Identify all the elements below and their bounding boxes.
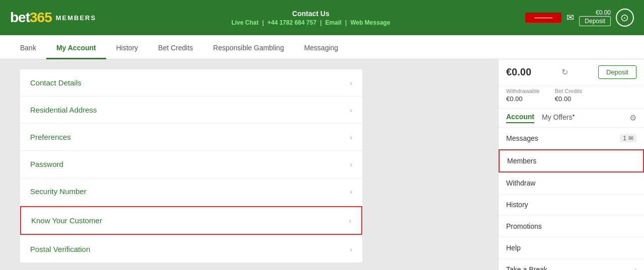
bet-credits-item: Bet Credits €0.00: [555, 88, 582, 103]
menu-list: Contact Details›Residential Address›Pref…: [20, 69, 362, 262]
account-tabs: AccountMy Offers●⚙: [499, 109, 644, 128]
dropdown-item-history[interactable]: History: [499, 194, 644, 216]
contact-title: Contact Us: [231, 10, 390, 18]
avatar-icon[interactable]: ⊙: [616, 9, 634, 27]
menu-item-preferences[interactable]: Preferences›: [20, 124, 362, 151]
nav-item-bet-credits[interactable]: Bet Credits: [148, 38, 203, 59]
balance-deposit: €0.00 Deposit: [579, 9, 611, 26]
logo-area: bet365 MEMBERS: [10, 10, 96, 26]
menu-item-label: Residential Address: [30, 106, 97, 114]
dropdown-item-label: Messages: [506, 134, 538, 142]
menu-item-contact-details[interactable]: Contact Details›: [20, 69, 362, 97]
phone-link[interactable]: +44 1782 684 757: [268, 19, 316, 26]
dropdown-item-members[interactable]: Members: [499, 149, 644, 172]
bet-credits-amount: €0.00: [555, 95, 572, 103]
withdrawable-label: Withdrawable: [506, 88, 540, 94]
menu-item-security-number[interactable]: Security Number›: [20, 178, 362, 205]
contact-area: Contact Us Live Chat | +44 1782 684 757 …: [231, 10, 390, 26]
main-area: Contact Details›Residential Address›Pref…: [0, 59, 644, 270]
menu-item-label: Contact Details: [30, 78, 82, 87]
dropdown-item-promotions[interactable]: Promotions: [499, 216, 644, 237]
sub-balance: Withdrawable €0.00 Bet Credits €0.00: [499, 85, 644, 109]
live-chat-link[interactable]: Live Chat: [231, 19, 259, 26]
nav-item-messaging[interactable]: Messaging: [294, 38, 348, 59]
balance-chip: ———: [525, 13, 561, 23]
contact-links: Live Chat | +44 1782 684 757 | Email | W…: [231, 19, 390, 26]
gear-icon[interactable]: ⚙: [629, 113, 636, 123]
chevron-right-icon: ›: [350, 133, 352, 141]
chevron-right-icon: ›: [350, 188, 352, 196]
menu-item-label: Security Number: [30, 187, 87, 196]
nav-item-history[interactable]: History: [106, 38, 148, 59]
menu-item-label: Know Your Customer: [31, 216, 102, 225]
balance-amount: €0.00: [506, 66, 531, 78]
deposit-button[interactable]: Deposit: [598, 65, 636, 79]
left-panel: Contact Details›Residential Address›Pref…: [0, 59, 498, 270]
bet-credits-label: Bet Credits: [555, 88, 582, 94]
logo: bet365: [10, 10, 52, 26]
email-link[interactable]: Email: [326, 19, 342, 26]
header-balance: €0.00: [596, 9, 611, 16]
dropdown-item-help[interactable]: Help: [499, 237, 644, 259]
nav-item-bank[interactable]: Bank: [10, 38, 46, 59]
separator3: |: [345, 19, 348, 26]
nav-item-my-account[interactable]: My Account: [46, 38, 106, 59]
dropdown-item-label: Promotions: [506, 222, 542, 230]
menu-item-know-your-customer[interactable]: Know Your Customer›: [20, 206, 362, 235]
dropdown-item-label: Take a Break: [506, 265, 547, 270]
dropdown-item-take-a-break[interactable]: Take a Break›: [499, 259, 644, 270]
user-area: ——— ✉ €0.00 Deposit ⊙: [525, 9, 634, 27]
dropdown-item-messages[interactable]: Messages1 ✉: [499, 128, 644, 149]
separator2: |: [320, 19, 323, 26]
balance-section: €0.00 ↻ Deposit: [499, 59, 644, 85]
dropdown-menu: Messages1 ✉MembersWithdrawHistoryPromoti…: [499, 128, 644, 270]
right-panel: €0.00 ↻ Deposit Withdrawable €0.00 Bet C…: [498, 59, 644, 270]
account-tab-my-offers[interactable]: My Offers●: [542, 113, 575, 123]
navbar: BankMy AccountHistoryBet CreditsResponsi…: [0, 35, 644, 59]
header-deposit-button[interactable]: Deposit: [579, 16, 611, 26]
chevron-right-icon: ›: [349, 217, 351, 225]
chevron-right-icon: ›: [634, 266, 636, 270]
refresh-icon[interactable]: ↻: [561, 67, 568, 77]
chevron-right-icon: ›: [350, 160, 352, 168]
menu-item-label: Password: [30, 160, 63, 168]
webmessage-link[interactable]: Web Message: [350, 19, 390, 26]
account-tab-account[interactable]: Account: [506, 113, 534, 123]
mail-icon[interactable]: ✉: [567, 12, 574, 23]
header: bet365 MEMBERS Contact Us Live Chat | +4…: [0, 0, 644, 35]
withdrawable-amount: €0.00: [506, 95, 523, 103]
menu-item-postal-verification[interactable]: Postal Verification›: [20, 236, 362, 262]
dropdown-badge: 1 ✉: [620, 134, 636, 142]
nav-item-responsible-gambling[interactable]: Responsible Gambling: [203, 38, 294, 59]
chevron-right-icon: ›: [350, 106, 352, 114]
dropdown-item-label: Help: [506, 244, 521, 252]
chevron-right-icon: ›: [350, 79, 352, 87]
menu-item-password[interactable]: Password›: [20, 151, 362, 178]
logo-members: MEMBERS: [56, 14, 96, 22]
menu-item-label: Postal Verification: [30, 245, 90, 253]
dropdown-item-label: History: [506, 201, 528, 209]
menu-item-residential-address[interactable]: Residential Address›: [20, 97, 362, 124]
chevron-right-icon: ›: [350, 245, 352, 253]
dropdown-item-label: Withdraw: [506, 179, 535, 187]
separator1: |: [262, 19, 265, 26]
menu-item-label: Preferences: [30, 133, 71, 141]
dropdown-item-withdraw[interactable]: Withdraw: [499, 172, 644, 194]
dropdown-item-label: Members: [507, 157, 536, 165]
withdrawable-item: Withdrawable €0.00: [506, 88, 540, 103]
